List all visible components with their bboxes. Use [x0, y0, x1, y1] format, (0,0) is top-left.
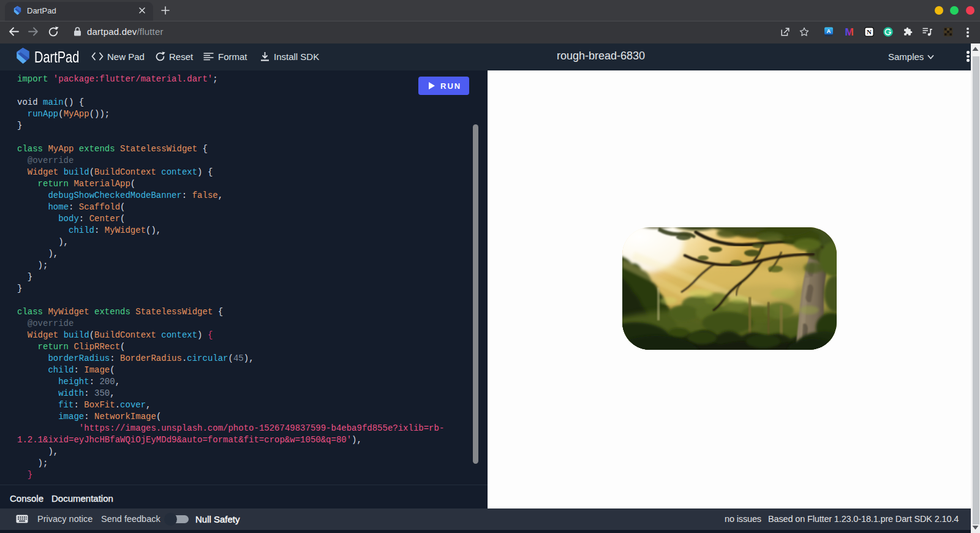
svg-text:M: M	[845, 26, 853, 37]
svg-text:N: N	[867, 28, 872, 36]
svg-text:A: A	[827, 28, 831, 34]
